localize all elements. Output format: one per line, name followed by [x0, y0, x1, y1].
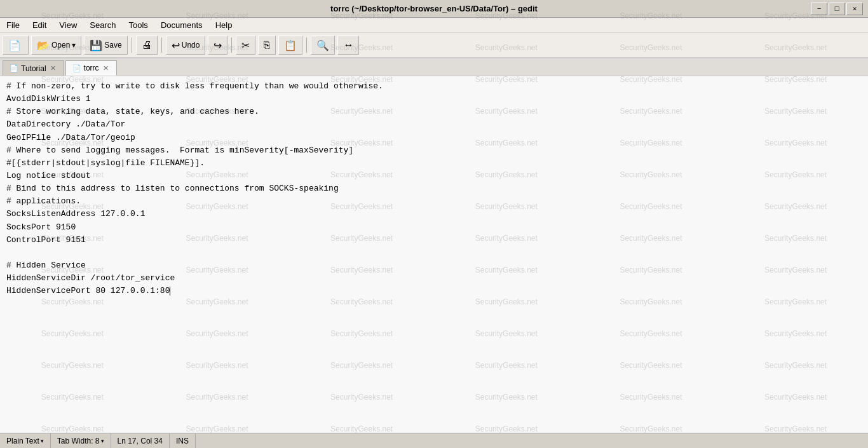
copy-button[interactable]: ⎘ [258, 36, 276, 55]
open-label: Open [51, 41, 70, 50]
separator-1 [132, 37, 132, 53]
open-icon: 📂 [37, 39, 50, 51]
tab-tutorial-icon: 📄 [10, 64, 18, 72]
print-button[interactable]: 🖨 [136, 36, 158, 55]
save-icon: 💾 [90, 39, 102, 51]
cut-icon: ✂ [241, 39, 250, 51]
menubar: File Edit View Search Tools Documents He… [0, 18, 868, 33]
tabwidth-dropdown[interactable]: Tab Width: 8 ▾ [57, 437, 104, 445]
mode-label: INS [176, 437, 189, 445]
cut-button[interactable]: ✂ [236, 36, 255, 55]
menu-edit[interactable]: Edit [26, 19, 53, 31]
tab-torrc[interactable]: 📄 torrc ✕ [65, 60, 117, 76]
undo-button[interactable]: ↩ Undo [166, 36, 206, 55]
redo-icon: ↪ [214, 39, 222, 51]
editor-area[interactable]: # If non-zero, try to write to disk less… [0, 76, 868, 448]
tab-torrc-label: torrc [84, 64, 99, 72]
menu-view[interactable]: View [53, 19, 83, 31]
maximize-button[interactable]: □ [829, 3, 845, 15]
statusbar: Plain Text ▾ Tab Width: 8 ▾ Ln 17, Col 3… [0, 433, 868, 448]
filetype-chevron: ▾ [41, 438, 44, 444]
tab-tutorial[interactable]: 📄 Tutorial ✕ [3, 60, 64, 76]
copy-icon: ⎘ [264, 39, 270, 51]
app-window: torrc (~/Desktop/tor-browser_en-US/Data/… [0, 0, 868, 448]
open-button[interactable]: 📂 Open ▾ [31, 36, 81, 55]
filetype-dropdown[interactable]: Plain Text ▾ [6, 437, 44, 445]
print-icon: 🖨 [142, 39, 152, 51]
close-button[interactable]: ✕ [846, 3, 863, 15]
titlebar-title: torrc (~/Desktop/tor-browser_en-US/Data/… [330, 4, 538, 13]
separator-2 [161, 37, 162, 53]
open-dropdown-icon: ▾ [72, 41, 76, 50]
undo-icon: ↩ [172, 39, 180, 51]
menu-documents[interactable]: Documents [154, 19, 209, 31]
menu-search[interactable]: Search [83, 19, 122, 31]
save-button[interactable]: 💾 Save [84, 36, 127, 55]
position-label: Ln 17, Col 34 [118, 437, 163, 445]
tab-torrc-close[interactable]: ✕ [102, 64, 110, 72]
separator-3 [231, 37, 232, 53]
minimize-button[interactable]: − [811, 3, 827, 15]
tabs-bar: 📄 Tutorial ✕ 📄 torrc ✕ [0, 58, 868, 76]
new-button[interactable]: 📄 [3, 36, 29, 55]
tabwidth-chevron: ▾ [101, 438, 104, 444]
status-position: Ln 17, Col 34 [111, 433, 170, 448]
status-filetype: Plain Text ▾ [0, 433, 51, 448]
menu-help[interactable]: Help [209, 19, 239, 31]
tab-tutorial-close[interactable]: ✕ [49, 64, 57, 72]
find-button[interactable]: 🔍 [311, 36, 335, 55]
new-icon: 📄 [8, 39, 21, 51]
titlebar: torrc (~/Desktop/tor-browser_en-US/Data/… [0, 0, 868, 18]
menu-file[interactable]: File [0, 19, 26, 31]
filetype-label: Plain Text [6, 437, 39, 445]
paste-button[interactable]: 📋 [278, 36, 302, 55]
search-icon: 🔍 [316, 39, 329, 51]
undo-label: Undo [182, 41, 200, 50]
toolbar: 📄 📂 Open ▾ 💾 Save 🖨 ↩ Undo ↪ ✂ ⎘ [0, 33, 868, 58]
tab-tutorial-label: Tutorial [21, 64, 46, 73]
replace-button[interactable]: ↔ [337, 36, 359, 55]
paste-icon: 📋 [284, 39, 297, 51]
text-cursor [170, 287, 170, 295]
status-tabwidth: Tab Width: 8 ▾ [51, 433, 111, 448]
redo-button[interactable]: ↪ [208, 36, 227, 55]
save-label: Save [104, 41, 121, 50]
menu-tools[interactable]: Tools [123, 19, 154, 31]
replace-icon: ↔ [343, 39, 353, 51]
titlebar-buttons: − □ ✕ [811, 3, 863, 15]
tab-torrc-icon: 📄 [72, 64, 81, 72]
status-mode: INS [170, 433, 196, 448]
separator-4 [306, 37, 307, 53]
tabwidth-label: Tab Width: 8 [57, 437, 100, 445]
